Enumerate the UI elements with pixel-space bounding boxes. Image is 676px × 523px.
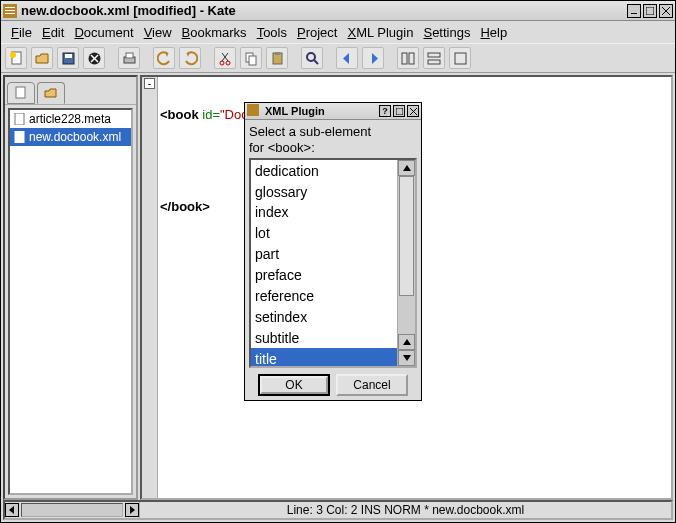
list-item[interactable]: setindex [251, 306, 397, 327]
element-listbox[interactable]: dedicationglossaryindexlotpartprefaceref… [249, 158, 417, 368]
scroll-thumb[interactable] [399, 176, 414, 296]
list-item[interactable]: dedication [251, 160, 397, 181]
code-tag: <book [160, 107, 202, 122]
document-icon [14, 131, 26, 143]
svg-rect-4 [631, 13, 637, 14]
svg-rect-16 [126, 53, 133, 58]
ok-button[interactable]: OK [258, 374, 330, 396]
svg-rect-33 [15, 113, 24, 125]
menu-edit[interactable]: Edit [38, 23, 68, 42]
svg-rect-27 [402, 53, 407, 64]
main-minimize-button[interactable] [627, 4, 641, 18]
split-horiz-button[interactable] [423, 47, 445, 69]
file-item[interactable]: article228.meta [10, 110, 131, 128]
app-icon [247, 104, 261, 118]
menu-project[interactable]: Project [293, 23, 341, 42]
svg-rect-3 [5, 13, 15, 14]
list-item[interactable]: index [251, 202, 397, 223]
popup-label: Select a sub-element for <book>: [249, 124, 417, 155]
sidebar: article228.meta new.docbook.xml [3, 75, 138, 500]
popup-help-button[interactable]: ? [379, 105, 391, 117]
main-close-button[interactable] [659, 4, 673, 18]
popup-maximize-button[interactable] [393, 105, 405, 117]
svg-point-19 [220, 61, 224, 65]
status-text: Line: 3 Col: 2 INS NORM * new.docbook.xm… [140, 503, 671, 517]
popup-label-line: Select a sub-element [249, 124, 417, 140]
print-button[interactable] [118, 47, 140, 69]
scroll-down-button[interactable] [398, 350, 415, 366]
cancel-button[interactable]: Cancel [336, 374, 408, 396]
svg-rect-31 [455, 53, 466, 64]
hscroll-left-button[interactable] [5, 503, 19, 517]
sidebar-tab-files[interactable] [37, 82, 65, 104]
list-item[interactable]: lot [251, 223, 397, 244]
svg-rect-32 [16, 87, 25, 98]
fold-marker-icon[interactable]: - [144, 78, 155, 89]
nav-back-button[interactable] [336, 47, 358, 69]
list-item[interactable]: reference [251, 286, 397, 307]
find-button[interactable] [301, 47, 323, 69]
paste-button[interactable] [266, 47, 288, 69]
code-attr: id= [202, 107, 220, 122]
list-item[interactable]: subtitle [251, 327, 397, 348]
stop-button[interactable] [83, 47, 105, 69]
save-file-button[interactable] [57, 47, 79, 69]
statusbar: Line: 3 Col: 2 INS NORM * new.docbook.xm… [3, 500, 673, 520]
list-item[interactable]: preface [251, 265, 397, 286]
nav-forward-button[interactable] [362, 47, 384, 69]
svg-rect-28 [409, 53, 414, 64]
svg-rect-35 [247, 104, 259, 116]
xml-plugin-dialog: XML Plugin ? Select a sub-element for <b… [244, 102, 422, 401]
menu-view[interactable]: View [140, 23, 176, 42]
scroll-up-button[interactable] [398, 160, 415, 176]
main-maximize-button[interactable] [643, 4, 657, 18]
main-titlebar[interactable]: new.docbook.xml [modified] - Kate [1, 1, 675, 21]
scroll-track[interactable] [398, 176, 415, 334]
popup-titlebar[interactable]: XML Plugin ? [245, 103, 421, 120]
undo-button[interactable] [153, 47, 175, 69]
listbox-scrollbar[interactable] [397, 160, 415, 366]
hscroll-right-button[interactable] [125, 503, 139, 517]
menu-file[interactable]: File [7, 23, 36, 42]
svg-rect-36 [396, 108, 403, 115]
menu-help[interactable]: Help [476, 23, 511, 42]
menu-xmlplugin[interactable]: XML Plugin [343, 23, 417, 42]
open-file-button[interactable] [31, 47, 53, 69]
sidebar-tab-docs[interactable] [7, 82, 35, 104]
svg-point-9 [10, 52, 16, 58]
scroll-up-step-button[interactable] [398, 334, 415, 350]
redo-button[interactable] [179, 47, 201, 69]
file-item[interactable]: new.docbook.xml [10, 128, 131, 146]
menu-settings[interactable]: Settings [419, 23, 474, 42]
document-icon [14, 113, 26, 125]
cut-button[interactable] [214, 47, 236, 69]
hscroll-track[interactable] [21, 503, 123, 517]
svg-point-20 [226, 61, 230, 65]
menu-bookmarks[interactable]: Bookmarks [178, 23, 251, 42]
unsplit-button[interactable] [449, 47, 471, 69]
menubar: File Edit Document View Bookmarks Tools … [1, 21, 675, 43]
file-list[interactable]: article228.meta new.docbook.xml [8, 108, 133, 495]
menu-tools[interactable]: Tools [253, 23, 291, 42]
svg-rect-34 [15, 131, 24, 143]
app-icon [3, 4, 17, 18]
main-title-text: new.docbook.xml [modified] - Kate [21, 3, 627, 18]
menu-document[interactable]: Document [70, 23, 137, 42]
list-item[interactable]: part [251, 244, 397, 265]
fold-gutter[interactable]: - [142, 77, 158, 498]
code-tag: </book> [160, 199, 210, 214]
list-item[interactable]: title [251, 348, 397, 366]
svg-rect-11 [65, 54, 72, 58]
file-item-label: new.docbook.xml [29, 130, 121, 144]
split-vert-button[interactable] [397, 47, 419, 69]
svg-rect-30 [428, 60, 440, 64]
popup-close-button[interactable] [407, 105, 419, 117]
list-item[interactable]: glossary [251, 181, 397, 202]
svg-rect-5 [646, 7, 654, 15]
popup-label-line: for <book>: [249, 140, 417, 156]
copy-button[interactable] [240, 47, 262, 69]
new-file-button[interactable] [5, 47, 27, 69]
svg-rect-29 [428, 53, 440, 57]
svg-rect-22 [249, 56, 256, 65]
popup-title-text: XML Plugin [265, 105, 379, 117]
